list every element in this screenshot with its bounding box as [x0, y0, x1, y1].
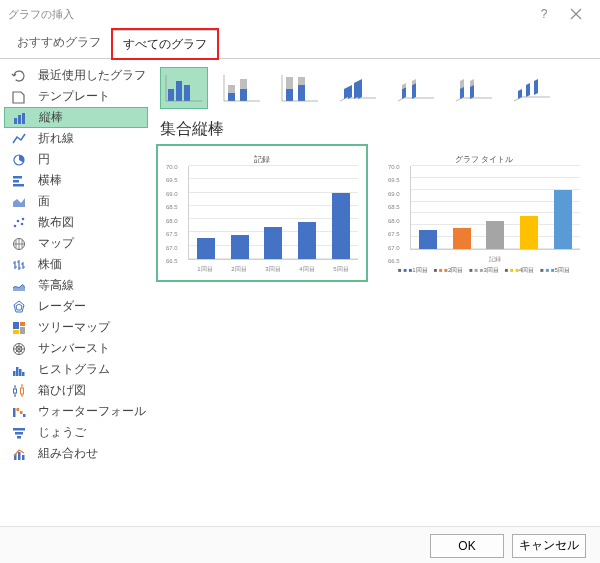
- sidebar-item-label: 散布図: [38, 215, 74, 230]
- template-icon: [8, 88, 30, 106]
- svg-rect-42: [286, 89, 293, 101]
- svg-rect-6: [13, 184, 24, 187]
- bar: [197, 238, 215, 259]
- sidebar-item-label: 横棒: [38, 173, 62, 188]
- y-tick-label: 68.5: [388, 204, 400, 210]
- svg-rect-20: [19, 369, 22, 376]
- sidebar-item-funnel[interactable]: じょうご: [4, 422, 148, 443]
- svg-rect-18: [13, 371, 16, 376]
- title-bar: グラフの挿入 ?: [0, 0, 600, 28]
- subtype-row: [160, 67, 586, 109]
- sidebar-item-recent[interactable]: 最近使用したグラフ: [4, 65, 148, 86]
- subtype-3d-stacked-column[interactable]: [392, 67, 440, 109]
- subtype-clustered-column[interactable]: [160, 67, 208, 109]
- y-tick-label: 66.5: [166, 258, 178, 264]
- boxwhisker-icon: [8, 382, 30, 400]
- sidebar-item-area[interactable]: 面: [4, 191, 148, 212]
- pie-icon: [8, 151, 30, 169]
- svg-rect-35: [176, 81, 182, 101]
- chart-preview-2[interactable]: グラフ タイトル 記録 ■1回目■2回目■3回目■4回目■5回目 66.567.…: [382, 148, 586, 278]
- dialog-title: グラフの挿入: [8, 7, 528, 22]
- sidebar-item-label: 円: [38, 152, 50, 167]
- y-tick-label: 69.5: [388, 177, 400, 183]
- sidebar-item-label: 箱ひげ図: [38, 383, 86, 398]
- chart-plot-area: [410, 166, 580, 250]
- sidebar-item-stock[interactable]: 株価: [4, 254, 148, 275]
- treemap-icon: [8, 319, 30, 337]
- chart-subtype-panel: 集合縦棒 記録 1回目2回目3回目4回目5回目 66.567.067.568.0…: [152, 59, 600, 526]
- sidebar-item-radar[interactable]: レーダー: [4, 296, 148, 317]
- subtype-stacked-100-column[interactable]: [276, 67, 324, 109]
- scatter-icon: [8, 214, 30, 232]
- bar: [231, 235, 249, 259]
- ok-button[interactable]: OK: [430, 534, 504, 558]
- bar: [332, 193, 350, 259]
- sidebar-item-sunburst[interactable]: サンバースト: [4, 338, 148, 359]
- chart-preview-1[interactable]: 記録 1回目2回目3回目4回目5回目 66.567.067.568.068.56…: [160, 148, 364, 278]
- svg-rect-34: [168, 89, 174, 101]
- bar: [264, 227, 282, 259]
- svg-rect-22: [14, 389, 17, 393]
- y-tick-label: 67.0: [388, 245, 400, 251]
- svg-point-10: [22, 217, 25, 220]
- subtype-3d-column[interactable]: [508, 67, 556, 109]
- sidebar-item-waterfall[interactable]: ウォーターフォール: [4, 401, 148, 422]
- subtype-stacked-column[interactable]: [218, 67, 266, 109]
- sidebar-item-pie[interactable]: 円: [4, 149, 148, 170]
- svg-rect-2: [22, 113, 25, 124]
- radar-icon: [8, 298, 30, 316]
- close-button[interactable]: [560, 4, 592, 24]
- sidebar-item-label: テンプレート: [38, 89, 110, 104]
- svg-rect-26: [20, 411, 23, 414]
- sidebar-item-column[interactable]: 縦棒: [4, 107, 148, 128]
- sidebar-item-combo[interactable]: 組み合わせ: [4, 443, 148, 464]
- svg-rect-0: [14, 118, 17, 124]
- cancel-button[interactable]: キャンセル: [512, 534, 586, 558]
- sidebar-item-bar[interactable]: 横棒: [4, 170, 148, 191]
- svg-rect-21: [22, 372, 25, 376]
- svg-point-7: [14, 224, 17, 227]
- sidebar-item-boxwhisker[interactable]: 箱ひげ図: [4, 380, 148, 401]
- x-tick-label: 5回目: [324, 265, 358, 274]
- bar: [298, 222, 316, 259]
- tab-all-charts[interactable]: すべてのグラフ: [112, 29, 218, 59]
- svg-rect-12: [13, 322, 19, 329]
- svg-point-9: [21, 222, 24, 225]
- svg-rect-5: [13, 180, 19, 183]
- sunburst-icon: [8, 340, 30, 358]
- sidebar-item-scatter[interactable]: 散布図: [4, 212, 148, 233]
- svg-rect-23: [21, 388, 24, 394]
- subtype-3d-stacked-100-column[interactable]: [450, 67, 498, 109]
- sidebar-item-label: ヒストグラム: [38, 362, 110, 377]
- y-tick-label: 66.5: [388, 258, 400, 264]
- subtype-3d-clustered-column[interactable]: [334, 67, 382, 109]
- stock-icon: [8, 256, 30, 274]
- sidebar-item-label: サンバースト: [38, 341, 110, 356]
- sidebar-item-map[interactable]: マップ: [4, 233, 148, 254]
- sidebar-item-treemap[interactable]: ツリーマップ: [4, 317, 148, 338]
- sidebar-item-histogram[interactable]: ヒストグラム: [4, 359, 148, 380]
- column-icon: [9, 109, 31, 127]
- sidebar-item-template[interactable]: テンプレート: [4, 86, 148, 107]
- sidebar-item-surface[interactable]: 等高線: [4, 275, 148, 296]
- sidebar-item-line[interactable]: 折れ線: [4, 128, 148, 149]
- legend-item: ■3回目: [469, 266, 499, 275]
- dialog-footer: OK キャンセル: [0, 526, 600, 563]
- svg-rect-19: [16, 367, 19, 376]
- tab-recommended[interactable]: おすすめグラフ: [6, 28, 112, 58]
- chart-title: グラフ タイトル: [382, 154, 586, 165]
- chart-plot-area: [188, 166, 358, 260]
- waterfall-icon: [8, 403, 30, 421]
- y-tick-label: 69.0: [388, 191, 400, 197]
- bar: [486, 221, 504, 249]
- svg-rect-15: [13, 330, 19, 334]
- help-button[interactable]: ?: [528, 4, 560, 24]
- combo-icon: [8, 445, 30, 463]
- chart-category-label: 記録: [410, 255, 580, 264]
- recent-icon: [8, 67, 30, 85]
- svg-rect-1: [18, 115, 21, 124]
- svg-rect-33: [22, 455, 25, 460]
- svg-rect-14: [20, 327, 25, 334]
- sidebar-item-label: 面: [38, 194, 50, 209]
- map-icon: [8, 235, 30, 253]
